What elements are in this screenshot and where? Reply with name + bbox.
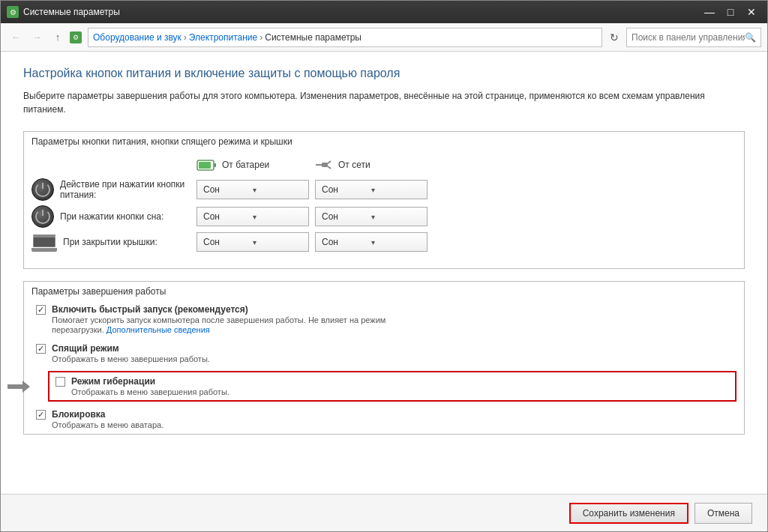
window-icon: ⚙ — [7, 6, 19, 18]
power-table-wrapper: От батареи От сети — [24, 150, 744, 268]
battery-column-header: От батареи — [196, 157, 313, 172]
hibernate-sub: Отображать в меню завершения работы. — [71, 387, 230, 396]
lid-bat-dropdown[interactable]: Сон ▾ — [196, 232, 309, 252]
lock-label-group: Блокировка Отображать в меню аватара. — [52, 409, 164, 429]
battery-label: От батареи — [222, 160, 269, 170]
sleep-button-icon — [32, 205, 54, 228]
address-bar: ← → ↑ ⚙ Оборудование и звук › Электропит… — [1, 23, 767, 52]
section1-title: Параметры кнопки питания, кнопки спящего… — [24, 132, 744, 150]
minimize-button[interactable]: — — [700, 4, 719, 20]
back-button[interactable]: ← — [7, 28, 25, 46]
up-button[interactable]: ↑ — [49, 28, 67, 46]
fast-startup-label: Включить быстрый запуск (рекомендуется) — [52, 304, 386, 315]
lid-row: При закрытии крышки: Сон ▾ Сон ▾ — [32, 232, 736, 252]
power-column-header: От сети — [313, 157, 429, 172]
sleep-bat-dropdown[interactable]: Сон ▾ — [196, 207, 309, 226]
fast-startup-checkbox[interactable] — [36, 305, 46, 315]
power-button-row: Действие при нажатии кнопки питания: Сон… — [32, 178, 736, 201]
hibernate-checkbox[interactable] — [56, 377, 65, 387]
sleep-mode-row: Спящий режим Отображать в меню завершени… — [24, 339, 744, 368]
power-button-label: Действие при нажатии кнопки питания: — [32, 178, 196, 201]
dropdown-arrow: ▾ — [371, 186, 421, 194]
svg-marker-8 — [22, 381, 30, 393]
fast-startup-row: Включить быстрый запуск (рекомендуется) … — [24, 300, 744, 339]
breadcrumb-current: Системные параметры — [265, 32, 362, 43]
lock-label: Блокировка — [52, 409, 164, 420]
hibernate-label: Режим гибернации — [71, 376, 230, 387]
svg-rect-4 — [322, 163, 328, 167]
sleep-button-row: При нажатии кнопки сна: Сон ▾ Сон ▾ — [32, 205, 736, 228]
hibernate-wrapper: Режим гибернации Отображать в меню завер… — [56, 376, 729, 396]
page-title: Настройка кнопок питания и включение защ… — [23, 67, 745, 80]
hibernate-highlighted-box: Режим гибернации Отображать в меню завер… — [48, 371, 736, 402]
window-controls: — □ ✕ — [700, 4, 761, 20]
table-header-row: От батареи От сети — [32, 157, 736, 172]
dropdown-arrow: ▾ — [371, 238, 421, 247]
svg-rect-1 — [199, 162, 211, 169]
plug-icon — [313, 157, 334, 172]
battery-icon — [196, 157, 218, 172]
title-bar: ⚙ Системные параметры — □ ✕ — [1, 1, 767, 23]
main-content: Настройка кнопок питания и включение защ… — [1, 52, 767, 494]
search-box: 🔍 — [626, 28, 761, 47]
fast-startup-label-group: Включить быстрый запуск (рекомендуется) … — [52, 304, 386, 334]
power-buttons-section: Параметры кнопки питания, кнопки спящего… — [23, 131, 745, 269]
sleep-button-label: При нажатии кнопки сна: — [32, 205, 196, 228]
lid-label: При закрытии крышки: — [32, 232, 196, 252]
shutdown-section: Параметры завершения работы Включить быс… — [23, 281, 745, 435]
svg-rect-2 — [214, 163, 216, 167]
lock-wrapper: Блокировка Отображать в меню аватара. — [36, 409, 164, 429]
sleep-net-dropdown[interactable]: Сон ▾ — [315, 207, 428, 226]
breadcrumb-icon: ⚙ — [70, 31, 82, 43]
section2-title: Параметры завершения работы — [24, 282, 744, 300]
dropdown-arrow: ▾ — [253, 186, 302, 194]
bottom-bar: Сохранить изменения Отмена — [1, 494, 767, 531]
lock-checkbox[interactable] — [36, 410, 46, 420]
sleep-mode-sub: Отображать в меню завершения работы. — [52, 354, 210, 363]
lid-net-dropdown[interactable]: Сон ▾ — [315, 232, 428, 252]
power-bat-dropdown[interactable]: Сон ▾ — [196, 180, 309, 199]
close-button[interactable]: ✕ — [742, 4, 761, 20]
page-description: Выберите параметры завершения работы для… — [23, 89, 745, 116]
window-title: Системные параметры — [23, 7, 700, 17]
sleep-mode-label: Спящий режим — [52, 343, 210, 354]
lock-row: Блокировка Отображать в меню аватара. — [24, 405, 744, 434]
save-button[interactable]: Сохранить изменения — [569, 503, 688, 524]
additional-info-link[interactable]: Дополнительные сведения — [106, 325, 210, 334]
restore-button[interactable]: □ — [721, 4, 740, 20]
forward-button[interactable]: → — [28, 28, 46, 46]
main-window: ⚙ Системные параметры — □ ✕ ← → ↑ ⚙ Обор… — [0, 0, 768, 532]
lid-icon — [32, 232, 57, 252]
power-label: От сети — [338, 160, 370, 170]
dropdown-arrow: ▾ — [253, 238, 302, 247]
refresh-button[interactable]: ↻ — [605, 28, 623, 46]
power-button-icon — [32, 178, 54, 201]
svg-line-6 — [328, 166, 331, 169]
breadcrumb-bar: Оборудование и звук › Электропитание › С… — [88, 28, 602, 47]
svg-rect-7 — [8, 384, 22, 389]
search-input[interactable] — [632, 32, 745, 43]
breadcrumb-power[interactable]: Электропитание — [189, 32, 257, 43]
dropdown-arrow: ▾ — [253, 213, 302, 221]
breadcrumb-hardware[interactable]: Оборудование и звук — [93, 32, 182, 43]
sleep-mode-wrapper: Спящий режим Отображать в меню завершени… — [36, 343, 210, 363]
hibernate-label-group: Режим гибернации Отображать в меню завер… — [71, 376, 230, 396]
lock-sub: Отображать в меню аватара. — [52, 420, 164, 429]
dropdown-arrow: ▾ — [371, 213, 421, 221]
sleep-mode-label-group: Спящий режим Отображать в меню завершени… — [52, 343, 210, 363]
svg-line-5 — [328, 161, 331, 163]
search-icon[interactable]: 🔍 — [745, 32, 756, 43]
hibernate-container: Режим гибернации Отображать в меню завер… — [36, 371, 744, 402]
fast-startup-sub2: перезагрузки. Дополнительные сведения — [52, 325, 386, 334]
red-arrow-icon — [8, 381, 30, 393]
fast-startup-wrapper: Включить быстрый запуск (рекомендуется) … — [36, 304, 386, 334]
fast-startup-sub1: Помогает ускорить запуск компьютера посл… — [52, 315, 386, 324]
power-net-dropdown[interactable]: Сон ▾ — [315, 180, 428, 199]
cancel-button[interactable]: Отмена — [694, 503, 752, 524]
sleep-mode-checkbox[interactable] — [36, 344, 46, 354]
